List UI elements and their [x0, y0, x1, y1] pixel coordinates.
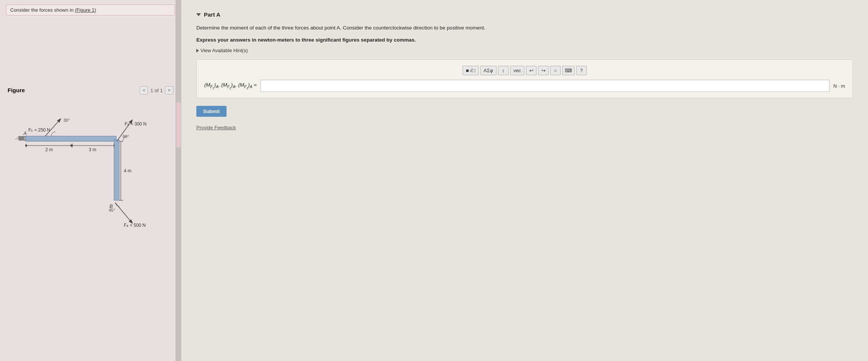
svg-rect-8	[26, 136, 116, 141]
keyboard-button[interactable]: ⌨	[562, 66, 575, 75]
redo-icon: ↪	[541, 68, 546, 73]
keyboard-icon: ⌨	[565, 68, 572, 73]
aso-button[interactable]: ΑΣφ	[480, 66, 496, 75]
collapse-arrow-icon[interactable]	[196, 13, 201, 16]
undo-button[interactable]: ↩	[526, 66, 537, 75]
redo-button[interactable]: ↪	[538, 66, 549, 75]
part-a-header: Part A	[196, 11, 853, 18]
figure-link[interactable]: (Figure 1)	[75, 7, 96, 13]
hint-label: View Available Hint(s)	[200, 48, 248, 53]
right-panel: Part A Determine the moment of each of t…	[181, 0, 868, 361]
hint-link[interactable]: View Available Hint(s)	[196, 48, 853, 53]
sqrt-icon: √□	[470, 68, 475, 73]
answer-section: ■ √□ ΑΣφ ↕ vec ↩ ↪ ○ ⌨ ?	[196, 59, 853, 98]
consider-text-box: Consider the forces shown in (Figure 1)	[6, 5, 175, 15]
feedback-link[interactable]: Provide Feedback	[196, 124, 853, 130]
problem-description-1: Determine the moment of each of the thre…	[196, 24, 853, 32]
svg-text:A: A	[23, 130, 27, 136]
description-bold: Express your answers in newton-meters to…	[196, 37, 416, 43]
next-figure-button[interactable]: >	[165, 86, 173, 95]
scrollbar-thumb[interactable]	[176, 102, 181, 147]
figure-nav: < 1 of 1 >	[140, 86, 173, 95]
svg-rect-9	[114, 140, 119, 200]
help-button[interactable]: ?	[576, 66, 587, 75]
sort-button[interactable]: ↕	[498, 66, 509, 75]
answer-label: (MF1)A, (MF2)A, (MF3)A =	[204, 82, 257, 90]
reset-icon: ○	[554, 68, 557, 73]
unit-label: N · m	[833, 83, 845, 89]
left-panel: Consider the forces shown in (Figure 1) …	[0, 0, 181, 361]
help-icon: ?	[580, 68, 583, 73]
math-toolbar: ■ √□ ΑΣφ ↕ vec ↩ ↪ ○ ⌨ ?	[204, 66, 845, 75]
svg-line-2	[15, 136, 19, 140]
svg-text:4 m: 4 m	[124, 168, 131, 174]
svg-line-30	[115, 203, 132, 223]
figure-title: Figure	[8, 87, 25, 93]
svg-text:45°: 45°	[109, 208, 115, 212]
submit-button[interactable]: Submit	[196, 106, 227, 117]
part-title: Part A	[204, 11, 220, 18]
answer-row: (MF1)A, (MF2)A, (MF3)A = N · m	[204, 80, 845, 92]
matrix-button[interactable]: ■ √□	[463, 66, 479, 75]
svg-text:F₂ = 300 N: F₂ = 300 N	[125, 121, 146, 127]
problem-description-2: Express your answers in newton-meters to…	[196, 36, 853, 44]
hint-arrow-icon	[196, 49, 199, 53]
consider-text: Consider the forces shown in	[10, 7, 75, 13]
reset-button[interactable]: ○	[550, 66, 561, 75]
prev-figure-button[interactable]: <	[140, 86, 148, 95]
feedback-anchor[interactable]: Provide Feedback	[196, 125, 236, 130]
svg-text:3 m: 3 m	[89, 147, 96, 152]
matrix-icon: ■	[466, 68, 469, 73]
vec-button[interactable]: vec	[510, 66, 524, 75]
svg-text:F₃ = 500 N: F₃ = 500 N	[124, 223, 146, 228]
svg-text:2 m: 2 m	[45, 147, 53, 152]
figure-diagram: A B 2 m 3 m 4 m F₁ = 250 N 30°	[8, 98, 174, 242]
mechanics-diagram: A B 2 m 3 m 4 m F₁ = 250 N 30°	[8, 98, 174, 242]
svg-text:F₁ = 250 N: F₁ = 250 N	[28, 127, 50, 133]
sort-icon: ↕	[502, 68, 505, 73]
answer-input[interactable]	[261, 80, 829, 92]
left-scrollbar[interactable]	[176, 0, 181, 361]
undo-icon: ↩	[529, 68, 533, 73]
page-indicator: 1 of 1	[150, 88, 163, 93]
svg-text:30°: 30°	[63, 118, 70, 122]
